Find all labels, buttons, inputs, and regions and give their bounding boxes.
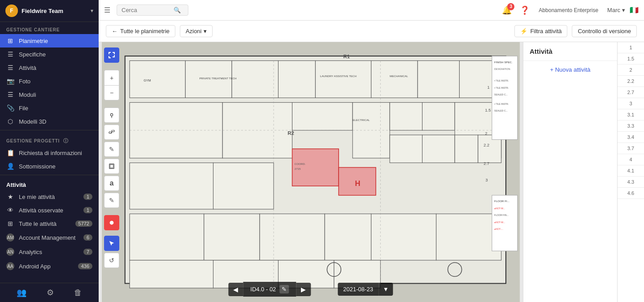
version-button[interactable]: Controllo di versione — [572, 25, 637, 37]
sidebar-item-android-app[interactable]: AA Android App 436 — [0, 259, 99, 273]
user-menu[interactable]: Marc ▾ — [607, 7, 625, 13]
user-icon: 👤 — [6, 163, 14, 170]
link-tool[interactable] — [104, 125, 119, 140]
sidebar-item-account-management[interactable]: AM Account Management 6 — [0, 230, 99, 245]
scale-item[interactable]: 3.3 — [618, 121, 644, 132]
cube-icon: ⬡ — [6, 118, 14, 125]
blueprint-canvas[interactable]: GYM PRIVATE TREATMENT TECH LAUNDRY ASSIS… — [99, 42, 523, 302]
sidebar-item-label: Specifiche — [19, 51, 92, 58]
svg-text:1.5: 1.5 — [485, 108, 491, 112]
scale-item[interactable]: 4 — [618, 154, 644, 165]
record-button[interactable] — [104, 215, 119, 230]
svg-text:COORD.: COORD. — [295, 162, 306, 165]
search-wrapper[interactable]: 🔍 — [117, 4, 188, 16]
sidebar-item-label: Le mie attività — [19, 194, 79, 200]
sidebar-item-modelli3d[interactable]: ⬡ Modelli 3D — [0, 115, 99, 128]
filter-icon: ⚡ — [520, 28, 527, 35]
notification-badge: 3 — [507, 3, 514, 10]
scale-item[interactable]: 3.4 — [618, 132, 644, 143]
sidebar-item-label: Attività osservate — [19, 207, 79, 214]
svg-text:DESIGNATION:: DESIGNATION: — [494, 68, 511, 70]
user-name: Marc — [607, 7, 620, 13]
sidebar-item-label: Account Management — [19, 234, 79, 241]
svg-rect-15 — [422, 103, 455, 130]
subscription-label: Abbonamento Enterprise — [539, 7, 598, 13]
main-content: ☰ 🔍 🔔 3 ❓ Abbonamento Enterprise Marc ▾ … — [99, 0, 644, 302]
sidebar-item-richiesta[interactable]: 📋 Richiesta di informazioni — [0, 146, 99, 160]
actions-chevron-icon: ▾ — [204, 28, 207, 35]
select-tool[interactable] — [104, 236, 119, 251]
date-display: 2021-08-23 — [338, 283, 379, 296]
team-name: Fieldwire Team — [22, 8, 87, 14]
blueprint-navigation: ◀ ID4.0 - 02 ✎ ▶ 2021-08-23 ▼ — [228, 282, 393, 297]
actions-button[interactable]: Azioni ▾ — [180, 25, 212, 37]
scale-item[interactable]: 2 — [618, 65, 644, 76]
help-icon[interactable]: ❓ — [520, 5, 530, 15]
notification-button[interactable]: 🔔 3 — [502, 5, 512, 15]
settings-icon[interactable]: ⚙ — [47, 288, 54, 298]
sidebar-item-attivita-osservate[interactable]: 👁 Attività osservate 1 — [0, 203, 99, 217]
rotate-tool[interactable]: ↺ — [104, 253, 119, 268]
scale-item[interactable]: 2.7 — [618, 87, 644, 98]
grid-icon: ⊞ — [6, 220, 14, 227]
back-button[interactable]: ← Tutte le planimetrie — [106, 25, 175, 37]
svg-text:3: 3 — [485, 178, 487, 182]
sidebar-item-sottomissione[interactable]: 👤 Sottomissione — [0, 160, 99, 173]
filter-button[interactable]: ⚡ Filtra attività — [514, 25, 567, 37]
svg-text:GYM: GYM — [144, 78, 151, 82]
text-tool[interactable]: a — [104, 176, 119, 191]
language-flag[interactable]: 🇮🇹 — [630, 6, 639, 14]
edit-plan-icon[interactable]: ✎ — [279, 285, 289, 293]
svg-rect-5 — [278, 60, 316, 98]
file-icon: 📎 — [6, 104, 14, 112]
prev-plan-button[interactable]: ◀ — [228, 283, 243, 296]
date-expand-button[interactable]: ▼ — [379, 283, 393, 296]
sidebar-item-specifiche[interactable]: ☰ Specifiche — [0, 47, 99, 61]
scale-item[interactable]: 1.5 — [618, 53, 644, 65]
svg-rect-26 — [204, 214, 260, 260]
plan-id-label: ID4.0 - 02 — [250, 286, 276, 293]
stamp-tool[interactable] — [104, 159, 119, 174]
hamburger-icon[interactable]: ☰ — [104, 6, 110, 14]
sidebar-item-file[interactable]: 📎 File — [0, 101, 99, 115]
scale-item[interactable]: 1 — [618, 42, 644, 53]
svg-rect-7 — [371, 60, 418, 98]
svg-text:●NOT-M...: ●NOT-M... — [494, 207, 505, 210]
scale-item[interactable]: 2.2 — [618, 76, 644, 87]
search-input[interactable] — [122, 7, 171, 13]
blueprint-wrapper: GYM PRIVATE TREATMENT TECH LAUNDRY ASSIS… — [99, 42, 644, 302]
plan-id-display: ID4.0 - 02 ✎ — [243, 282, 296, 297]
scale-item[interactable]: 4.6 — [618, 188, 644, 199]
scale-item[interactable]: 3 — [618, 98, 644, 109]
next-plan-button[interactable]: ▶ — [296, 283, 311, 296]
sidebar-item-le-mie-attivita[interactable]: ★ Le mie attività 1 — [0, 190, 99, 203]
sidebar-item-label: Android App — [19, 263, 74, 270]
sidebar-item-moduli[interactable]: ☰ Moduli — [0, 88, 99, 101]
eraser-tool[interactable]: ✎ — [104, 193, 119, 208]
sidebar-item-attivita[interactable]: ☰ Attività — [0, 61, 99, 74]
scale-item[interactable]: 4.3 — [618, 177, 644, 188]
zoom-in-button[interactable]: + — [104, 70, 119, 85]
scale-item[interactable]: 3.7 — [618, 143, 644, 154]
sidebar-item-foto[interactable]: 📷 Foto — [0, 74, 99, 88]
an-icon: AN — [6, 248, 14, 256]
svg-rect-28 — [325, 214, 371, 260]
attivita-section-header: Attività — [0, 177, 99, 190]
trash-icon[interactable]: 🗑 — [74, 288, 82, 298]
sidebar-item-planimetrie[interactable]: ⊞ Planimetrie — [0, 34, 99, 47]
zoom-out-button[interactable]: − — [104, 85, 119, 100]
svg-text:2: 2 — [485, 131, 487, 136]
svg-text:H: H — [355, 179, 360, 188]
scale-item[interactable]: 3.1 — [618, 109, 644, 121]
location-tool[interactable] — [104, 108, 119, 123]
grid-icon: ⊞ — [6, 37, 14, 44]
people-icon[interactable]: 👥 — [17, 288, 26, 298]
pen-tool[interactable]: ✎ — [104, 142, 119, 157]
scale-item[interactable]: 4.1 — [618, 165, 644, 177]
fullscreen-button[interactable] — [104, 47, 119, 63]
sidebar-item-tutte-attivita[interactable]: ⊞ Tutte le attività 5772 — [0, 217, 99, 230]
svg-text:• TILE INSTR.: • TILE INSTR. — [494, 79, 509, 82]
sidebar-header[interactable]: F Fieldwire Team ▾ — [0, 0, 99, 22]
new-activity-button[interactable]: + Nuova attività — [523, 61, 617, 78]
sidebar-item-analytics[interactable]: AN Analytics 7 — [0, 245, 99, 259]
